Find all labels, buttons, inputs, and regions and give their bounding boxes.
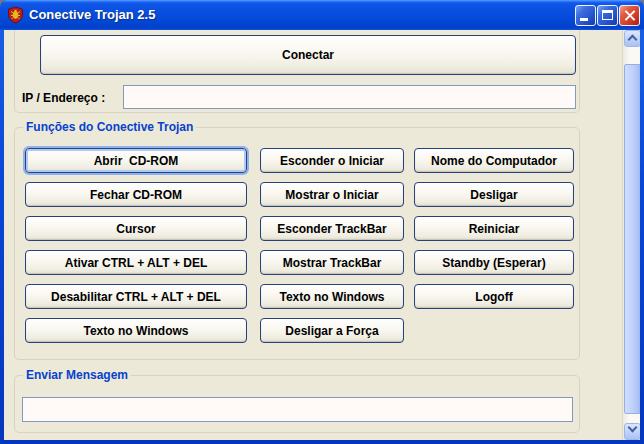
trojan-shield-icon — [7, 6, 24, 24]
btn-fechar-cd-rom[interactable]: Fechar CD-ROM — [25, 182, 247, 207]
btn-desligar[interactable]: Desligar — [414, 182, 574, 207]
btn-texto-no-windows-2[interactable]: Texto no Windows — [25, 318, 247, 343]
functions-group-title: Funções do Conective Trojan — [23, 120, 196, 135]
maximize-icon — [602, 10, 613, 20]
ip-address-input[interactable] — [123, 85, 576, 109]
btn-abrir-cd-rom[interactable]: Abrir CD-ROM — [25, 148, 247, 173]
send-message-group: Enviar Mensagem — [14, 375, 580, 433]
btn-ativar-ctrl-alt-del[interactable]: Ativar CTRL + ALT + DEL — [25, 250, 247, 275]
conectar-button[interactable]: Conectar — [40, 35, 576, 75]
btn-reiniciar[interactable]: Reiniciar — [414, 216, 574, 241]
minimize-button[interactable] — [575, 5, 596, 26]
btn-texto-no-windows[interactable]: Texto no Windows — [260, 284, 404, 309]
btn-desabilitar-ctrl-alt-del[interactable]: Desabilitar CTRL + ALT + DEL — [25, 284, 247, 309]
btn-logoff[interactable]: Logoff — [414, 284, 574, 309]
app-window: Conective Trojan 2.5 Conectar IP / Ender… — [0, 0, 644, 444]
functions-group: Funções do Conective Trojan Abrir CD-ROM… — [14, 127, 580, 360]
btn-mostrar-trackbar[interactable]: Mostrar TrackBar — [260, 250, 404, 275]
send-message-group-title: Enviar Mensagem — [23, 368, 131, 383]
client-area: Conectar IP / Endereço : Funções do Cone… — [4, 30, 640, 440]
window-title: Conective Trojan 2.5 — [29, 0, 155, 29]
btn-standby-esperar[interactable]: Standby (Esperar) — [414, 250, 574, 275]
scroll-down-button[interactable] — [624, 423, 640, 440]
scroll-up-button[interactable] — [624, 30, 640, 47]
btn-nome-do-computador[interactable]: Nome do Computador — [414, 148, 574, 173]
btn-cursor[interactable]: Cursor — [25, 216, 247, 241]
titlebar[interactable]: Conective Trojan 2.5 — [0, 0, 644, 30]
btn-desligar-a-forca[interactable]: Desligar a Força — [260, 318, 404, 343]
btn-mostrar-o-iniciar[interactable]: Mostrar o Iniciar — [260, 182, 404, 207]
maximize-button[interactable] — [597, 5, 618, 26]
minimize-icon — [580, 18, 588, 21]
chevron-down-icon — [629, 424, 636, 431]
chevron-up-icon — [629, 33, 636, 40]
vertical-scrollbar[interactable] — [622, 30, 640, 440]
close-button[interactable] — [619, 5, 640, 26]
close-icon — [620, 6, 639, 25]
message-input[interactable] — [22, 397, 573, 422]
btn-esconder-o-iniciar[interactable]: Esconder o Iniciar — [260, 148, 404, 173]
ip-address-label: IP / Endereço : — [22, 91, 105, 105]
scrollbar-thumb[interactable] — [624, 64, 640, 414]
btn-esconder-trackbar[interactable]: Esconder TrackBar — [260, 216, 404, 241]
